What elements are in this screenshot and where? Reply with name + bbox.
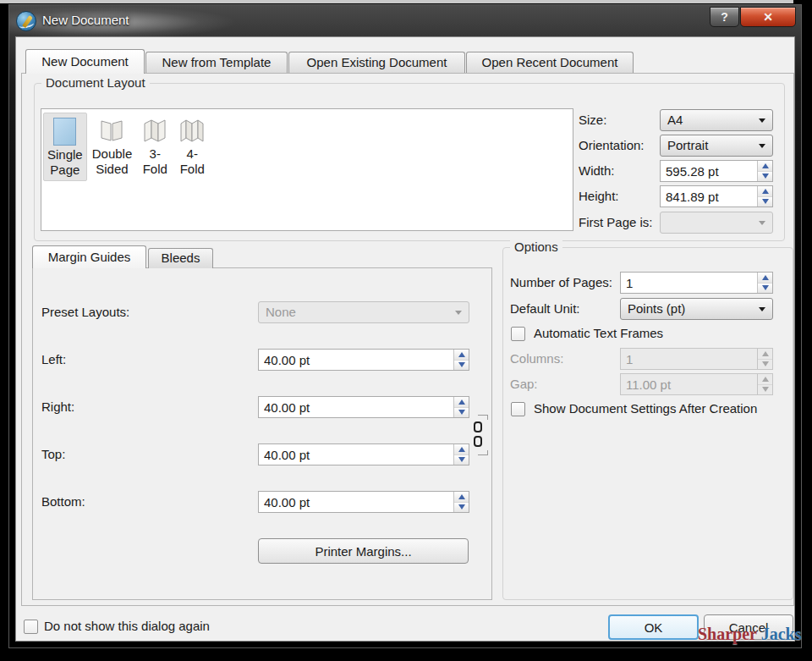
default-unit-label: Default Unit: [510,298,580,320]
spin-down-button[interactable] [758,171,772,182]
help-icon: ? [721,10,728,24]
up-arrow-icon [458,447,465,452]
layout-item-3-fold[interactable]: 3- Fold [137,113,173,179]
width-spinbox [660,160,773,182]
layout-label: 3- [140,146,169,162]
number-of-pages-label: Number of Pages: [510,272,612,294]
ok-button[interactable]: OK [608,614,699,640]
width-label: Width: [579,160,615,182]
window-title: New Document [42,5,129,36]
height-input[interactable] [661,186,757,207]
preset-layouts-select: None [258,301,469,323]
spin-up-button[interactable] [758,186,772,196]
size-select[interactable]: A4 [660,109,773,131]
link-margins-toggle[interactable] [471,415,491,455]
page-layout-list: Single Page Double Sided [41,108,573,231]
document-layout-group: Document Layout Single Page Double S [34,83,785,241]
columns-spinbox [620,348,773,370]
options-title: Options [510,240,562,254]
gap-input [621,374,757,394]
bottom-margin-input[interactable] [259,492,453,512]
layout-item-4-fold[interactable]: 4- Fold [174,113,210,179]
watermark-word-sharper: Sharper [698,625,757,643]
orientation-select[interactable]: Portrait [660,135,773,157]
width-input[interactable] [661,161,757,181]
left-margin-input[interactable] [259,350,453,370]
top-margin-input[interactable] [259,444,453,465]
double-sided-icon [97,116,126,145]
chain-link-icon [474,421,482,432]
chevron-down-icon [759,118,765,123]
tab-bleeds[interactable]: Bleeds [148,248,213,268]
orientation-value: Portrait [667,138,708,152]
tab-label: Open Existing Document [307,55,447,69]
layout-item-double-sided[interactable]: Double Sided [89,113,136,179]
default-unit-value: Points (pt) [628,301,685,316]
layout-item-single-page[interactable]: Single Page [43,113,87,181]
close-button[interactable]: ✕ [740,7,796,27]
show-document-settings-checkbox[interactable] [511,402,525,416]
up-arrow-icon [762,189,769,194]
spin-down-button[interactable] [454,407,469,418]
tab-open-recent-document[interactable]: Open Recent Document [466,52,634,74]
new-document-dialog: New Document ? ✕ New Document New from T… [8,4,802,648]
down-arrow-icon [458,362,465,367]
first-page-label: First Page is: [579,212,653,234]
right-margin-label: Right: [41,396,74,418]
spin-up-button[interactable] [454,350,469,360]
height-spinbox [660,185,773,207]
tab-label: New Document [41,54,129,69]
dont-show-dialog-checkbox[interactable] [24,620,38,634]
spin-down-button[interactable] [454,502,469,513]
gap-spinbox [620,373,773,395]
layout-label: Fold [140,162,169,177]
top-margin-spinbox [258,443,469,465]
spin-up-button[interactable] [454,492,469,502]
spin-down-button[interactable] [758,196,772,207]
tab-margin-guides[interactable]: Margin Guides [32,245,146,268]
spin-down-button[interactable] [758,283,772,294]
tab-open-existing-document[interactable]: Open Existing Document [288,52,465,74]
columns-input [621,349,757,369]
margin-guides-pane: Preset Layouts: None Left: Right: [32,267,492,600]
spin-up-button[interactable] [758,273,772,283]
spin-down-button[interactable] [454,454,469,465]
right-margin-spinbox [258,396,469,418]
up-arrow-icon [762,377,769,382]
title-bar[interactable]: New Document ? ✕ [9,5,801,36]
tab-label: Margin Guides [48,250,131,264]
help-button[interactable]: ? [710,7,739,27]
automatic-text-frames-label: Automatic Text Frames [534,322,663,344]
tab-label: Open Recent Document [482,55,618,69]
up-arrow-icon [762,163,769,168]
right-margin-input[interactable] [259,397,453,417]
screen-edge-strip [0,0,793,3]
bracket-top [478,415,488,420]
chevron-down-icon [759,307,765,311]
up-arrow-icon [458,399,465,405]
layout-label: Double [92,146,133,162]
spin-up-button[interactable] [758,161,772,171]
spin-down-button[interactable] [454,360,469,371]
tab-new-document[interactable]: New Document [25,49,145,74]
spin-up-button[interactable] [454,397,469,407]
left-margin-label: Left: [41,349,66,371]
up-arrow-icon [762,351,769,356]
layout-label: 4- [178,146,206,162]
first-page-select [660,212,773,234]
tab-new-from-template[interactable]: New from Template [145,52,288,74]
bracket-bottom [478,450,488,455]
automatic-text-frames-checkbox[interactable] [511,327,525,341]
spin-down-button [758,359,772,370]
bottom-margin-spinbox [258,491,469,513]
down-arrow-icon [458,504,465,510]
up-arrow-icon [458,352,465,357]
printer-margins-button[interactable]: Printer Margins... [258,538,469,564]
spin-down-button [758,384,772,395]
spin-up-button[interactable] [454,444,469,454]
preset-layouts-value: None [266,305,296,319]
number-of-pages-input[interactable] [621,273,757,293]
sharper-jacks-watermark: Sharper Jacks [698,625,801,644]
default-unit-select[interactable]: Points (pt) [620,298,773,320]
layout-label: Sided [92,162,133,177]
